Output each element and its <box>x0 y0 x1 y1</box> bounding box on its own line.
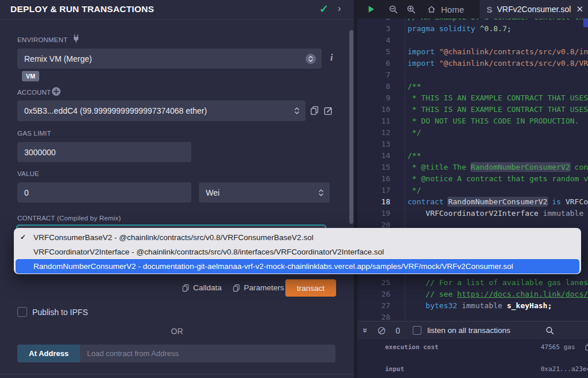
code-line: 4 <box>357 35 588 46</box>
code-line: 19 VRFCoordinatorV2Interface immutable C… <box>357 208 588 219</box>
calldata-label: Calldata <box>193 283 222 292</box>
checkmark-icon: ✓ <box>20 230 26 245</box>
code-editor[interactable]: 2// An example of a consumer contract th… <box>357 18 588 321</box>
zoom-in-icon[interactable] <box>406 5 416 14</box>
clear-console-ban-icon[interactable] <box>377 326 386 335</box>
publish-ipfs-checkbox[interactable] <box>17 307 27 317</box>
tab-vrfv2consumer[interactable]: S VRFv2Consumer.sol ✕ <box>480 0 588 18</box>
environment-label: ENVIRONMENT <box>17 36 67 43</box>
code-lines: 2// An example of a consumer contract th… <box>357 18 588 321</box>
pending-tx-count: 0 <box>395 326 400 335</box>
environment-select[interactable]: Remix VM (Merge) <box>17 48 322 69</box>
editor-panel: Home S VRFv2Consumer.sol ✕ 2// An exampl… <box>357 0 588 378</box>
environment-value: Remix VM (Merge) <box>24 54 92 63</box>
code-line: 2// An example of a consumer contract th… <box>357 18 588 23</box>
code-line: 27 bytes32 immutable s_keyHash; <box>357 300 588 312</box>
code-line: 9 * THIS IS AN EXAMPLE CONTRACT THAT USE… <box>357 92 588 104</box>
value-unit-select[interactable]: Wei <box>199 182 330 203</box>
plug-icon <box>71 34 81 43</box>
value-unit: Wei <box>206 188 220 197</box>
zoom-out-icon[interactable] <box>389 5 398 14</box>
home-icon <box>427 5 436 14</box>
panel-header: DEPLOY & RUN TRANSACTIONS ✓ › <box>0 0 354 20</box>
add-account-plus-icon[interactable] <box>52 87 61 96</box>
code-line: 10 * THIS IS AN EXAMPLE CONTRACT THAT US… <box>357 104 588 115</box>
terminal-log: execution cost47565 gasinput0xa21...a23e… <box>357 339 588 378</box>
contract-sublabel: (Compiled by Remix) <box>57 215 121 222</box>
code-line: 7 <box>357 69 588 81</box>
panel-title: DEPLOY & RUN TRANSACTIONS <box>10 4 154 14</box>
panel-collapse-chevron-icon[interactable]: › <box>338 3 341 14</box>
select-caret-icon <box>306 54 316 64</box>
tab-file-label: VRFv2Consumer.sol <box>497 5 571 14</box>
listen-all-checkbox[interactable] <box>413 326 421 335</box>
transact-button[interactable]: transact <box>285 279 336 297</box>
compile-success-check-icon: ✓ <box>319 2 329 16</box>
parameters-label: Parameters <box>244 283 284 292</box>
editor-tabbar: Home S VRFv2Consumer.sol ✕ <box>357 0 588 18</box>
vm-badge: VM <box>22 71 39 81</box>
account-select[interactable]: 0x5B3...eddC4 (99.99999999999997374068 e… <box>17 100 306 121</box>
remix-app: DEPLOY & RUN TRANSACTIONS ✓ › ENVIRONMEN… <box>0 0 588 378</box>
run-script-play-icon[interactable] <box>367 5 376 14</box>
search-icon <box>545 326 555 335</box>
select-caret-icon <box>318 189 324 197</box>
code-line: 15 * @title The RandomNumberConsumerV2 c… <box>357 162 588 173</box>
contract-dropdown-menu: ✓VRFConsumerBaseV2 - @chainlink/contract… <box>14 228 581 274</box>
environment-info-icon[interactable]: i <box>330 53 333 63</box>
solidity-icon: S <box>487 5 492 14</box>
code-line: 16 * @notice A contract that gets random… <box>357 173 588 185</box>
at-address-button[interactable]: At Address <box>17 345 80 362</box>
code-line: 17 */ <box>357 185 588 196</box>
dropdown-option[interactable]: RandomNumberConsumerV2 - documentation-g… <box>16 259 579 274</box>
edit-account-icon[interactable] <box>323 106 333 115</box>
tab-home-label: Home <box>441 5 464 14</box>
code-line: 18contract RandomNumberConsumerV2 is VRF… <box>357 196 588 208</box>
code-line: 12 */ <box>357 127 588 139</box>
dropdown-option[interactable]: ✓VRFConsumerBaseV2 - @chainlink/contract… <box>14 230 581 245</box>
value-input[interactable] <box>17 182 191 203</box>
code-line: 5import "@chainlink/contracts/src/v0.8/i… <box>357 46 588 58</box>
copy-icon <box>182 284 190 292</box>
code-line: 11 * DO NOT USE THIS CODE IN PRODUCTION. <box>357 115 588 127</box>
parameters-copy-group[interactable]: Parameters <box>232 283 284 292</box>
terminal-row: input0xa21...a23e4 <box>357 361 588 378</box>
terminal-row: execution cost47565 gas <box>357 339 588 361</box>
code-line: 28 <box>357 312 588 321</box>
gas-limit-label: GAS LIMIT <box>17 130 51 137</box>
terminal-expand-chevrons-icon[interactable]: » <box>361 328 371 332</box>
dropdown-option[interactable]: VRFCoordinatorV2Interface - @chainlink/c… <box>14 245 581 259</box>
minimap-marker <box>583 18 588 27</box>
code-line: 6import "@chainlink/contracts/src/v0.8/V… <box>357 58 588 69</box>
panel-scrollbar[interactable] <box>349 30 353 224</box>
code-line: 25 // For a list of available gas lanes … <box>357 277 588 289</box>
divider <box>0 374 354 375</box>
copy-value-icon[interactable] <box>585 343 588 351</box>
code-line: 13 <box>357 139 588 150</box>
gas-limit-input[interactable] <box>17 142 191 162</box>
account-label: ACCOUNT <box>17 89 51 96</box>
publish-ipfs-label: Publish to IPFS <box>32 308 88 317</box>
code-line: 14/** <box>357 150 588 162</box>
tab-home[interactable]: Home <box>427 5 464 14</box>
contract-label: CONTRACT (Compiled by Remix) <box>17 215 121 222</box>
account-value: 0x5B3...eddC4 (99.99999999999997374068 e… <box>24 106 207 115</box>
copy-account-icon[interactable] <box>310 106 319 115</box>
code-line: 8/** <box>357 81 588 92</box>
copy-icon <box>232 284 240 292</box>
value-label: VALUE <box>17 170 39 177</box>
deploy-run-panel: DEPLOY & RUN TRANSACTIONS ✓ › ENVIRONMEN… <box>0 0 354 378</box>
terminal-bar: » 0 listen on all transactions <box>357 321 588 339</box>
select-caret-icon <box>294 107 300 115</box>
close-tab-icon[interactable]: ✕ <box>576 4 583 14</box>
code-line: 3pragma solidity ^0.8.7; <box>357 23 588 35</box>
at-address-input[interactable] <box>80 345 336 362</box>
listen-all-label: listen on all transactions <box>427 326 510 335</box>
or-separator: OR <box>0 327 354 336</box>
calldata-copy-group[interactable]: Calldata <box>182 283 222 292</box>
code-line: 26 // see https://docs.chain.link/docs/v… <box>357 289 588 300</box>
